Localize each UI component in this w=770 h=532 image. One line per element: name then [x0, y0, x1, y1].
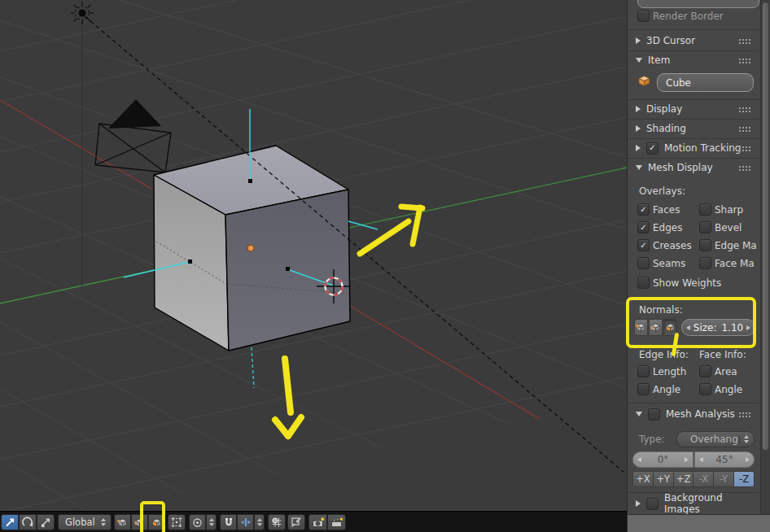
background-images-checkbox[interactable]	[646, 498, 658, 510]
analysis-type-dropdown[interactable]: Overhang	[676, 431, 755, 447]
angle-min-value: 0°	[658, 454, 669, 465]
vertex-select-button[interactable]	[114, 514, 131, 530]
face-angle-checkbox[interactable]	[699, 383, 711, 395]
face-mark-checkbox[interactable]	[699, 257, 711, 269]
panel-drag-handle-icon[interactable]	[738, 146, 750, 151]
manipulate-centers-button[interactable]	[287, 514, 305, 530]
object-origin-dot	[247, 245, 254, 251]
clapperboard-icon	[330, 517, 343, 529]
bevel-checkbox[interactable]	[699, 221, 711, 233]
opengl-render-image-button[interactable]	[308, 514, 327, 530]
angle-max-field[interactable]: 45°	[694, 451, 755, 468]
limit-selection-visible-button[interactable]	[168, 514, 186, 530]
pivot-median-icon	[192, 517, 203, 528]
object-name-field[interactable]: Cube	[657, 73, 754, 92]
pivot-stepper[interactable]	[206, 514, 217, 530]
mesh-data-icon	[637, 74, 651, 87]
panel-drag-handle-icon[interactable]	[738, 107, 750, 112]
panel-drag-handle-icon[interactable]	[738, 412, 750, 417]
sharp-checkbox[interactable]	[699, 203, 711, 216]
panel-header-label: Motion Tracking	[664, 142, 741, 154]
snap-stepper[interactable]	[254, 514, 265, 530]
snap-element-button[interactable]	[237, 514, 254, 530]
edges-checkbox[interactable]: ✓	[637, 221, 650, 233]
scale-manipulator-button[interactable]	[37, 514, 55, 530]
stepper-arrows-icon	[257, 518, 262, 526]
viewport-header-toolbar: Global	[0, 511, 627, 532]
collapse-arrow-icon	[636, 106, 641, 112]
step-right-icon[interactable]	[746, 457, 750, 462]
expand-arrow-icon	[636, 165, 642, 170]
seams-checkbox[interactable]	[637, 257, 650, 269]
camera-render-icon	[312, 517, 325, 529]
axis-button-row: +X +Y +Z -X -Y -Z	[632, 471, 755, 487]
collapse-arrow-icon	[636, 145, 641, 151]
axis-minus-y-button[interactable]: -Y	[714, 472, 734, 486]
orientation-value: Global	[65, 517, 95, 528]
axis-plus-x-button[interactable]: +X	[633, 472, 654, 486]
mesh-analysis-checkbox[interactable]	[648, 408, 660, 421]
transform-orientation-dropdown[interactable]: Global	[58, 514, 112, 530]
show-weights-checkbox[interactable]	[637, 277, 650, 289]
panel-bottom-band	[628, 514, 770, 532]
creases-checkbox[interactable]: ✓	[637, 239, 650, 251]
angle-min-field[interactable]: 0°	[632, 451, 693, 468]
pivot-point-button[interactable]	[189, 514, 206, 530]
panel-header-label: Display	[646, 103, 682, 115]
axis-plus-y-button[interactable]: +Y	[654, 472, 674, 486]
face-area-checkbox[interactable]	[699, 365, 711, 377]
motion-tracking-checkbox[interactable]: ✓	[646, 142, 658, 155]
vertex-select-cube-icon	[117, 517, 128, 528]
edges-label: Edges	[653, 222, 682, 233]
panel-scrollbar-thumb[interactable]	[762, 2, 769, 451]
occlude-geometry-icon	[171, 517, 182, 528]
edge-length-checkbox[interactable]	[637, 365, 650, 377]
object-name-value: Cube	[666, 77, 691, 89]
viewport-3d[interactable]	[0, 0, 627, 511]
panel-drag-handle-icon[interactable]	[738, 38, 750, 44]
orientation-stepper-icon	[97, 518, 106, 526]
angle-max-value: 45°	[715, 454, 733, 465]
rotate-manipulator-button[interactable]	[19, 514, 37, 530]
face-angle-label: Angle	[715, 384, 742, 395]
dropdown-stepper-icon	[739, 435, 749, 443]
sharp-label: Sharp	[715, 204, 743, 216]
analysis-type-value: Overhang	[690, 434, 738, 445]
panel-header-label: Shading	[646, 123, 686, 134]
panel-drag-handle-icon[interactable]	[738, 126, 750, 132]
rotate-arc-icon	[22, 517, 33, 528]
snap-target-button[interactable]	[268, 514, 286, 530]
scale-arrow-icon	[40, 517, 51, 528]
seams-label: Seams	[653, 258, 685, 269]
axis-minus-x-button[interactable]: -X	[693, 472, 714, 486]
step-right-icon[interactable]	[685, 457, 689, 462]
render-border-label: Render Border	[653, 11, 724, 22]
face-info-label: Face Info:	[699, 349, 746, 360]
faces-checkbox[interactable]: ✓	[637, 203, 650, 216]
axis-plus-z-button[interactable]: +Z	[674, 472, 694, 486]
stepper-arrows-icon	[209, 518, 214, 526]
opengl-render-animation-button[interactable]	[327, 514, 346, 530]
edge-info-label: Edge Info:	[639, 349, 689, 360]
translate-arrow-icon	[4, 517, 15, 528]
render-border-checkbox[interactable]	[637, 10, 650, 22]
annotation-box-normals	[626, 297, 756, 348]
edge-mark-checkbox[interactable]	[699, 239, 711, 251]
panel-header-label: 3D Cursor	[646, 35, 695, 46]
panel-drag-handle-icon[interactable]	[738, 58, 750, 63]
edge-length-label: Length	[653, 366, 686, 377]
panel-drag-handle-icon[interactable]	[738, 165, 750, 171]
step-left-icon[interactable]	[637, 457, 641, 462]
edge-angle-checkbox[interactable]	[637, 383, 650, 395]
axis-minus-z-button[interactable]: -Z	[734, 472, 754, 486]
snap-magnet-button[interactable]	[220, 514, 237, 530]
panel-scrollbar[interactable]	[760, 0, 770, 514]
panel-header-background-images[interactable]: Background Images	[628, 495, 759, 512]
translate-manipulator-button[interactable]	[1, 514, 19, 530]
creases-label: Creases	[653, 240, 692, 251]
expand-arrow-icon	[636, 412, 642, 416]
annotation-box-face-select	[140, 501, 165, 532]
manipulate-centers-icon	[291, 517, 302, 528]
step-left-icon[interactable]	[699, 457, 703, 462]
panel-header-label: Mesh Display	[648, 162, 713, 173]
